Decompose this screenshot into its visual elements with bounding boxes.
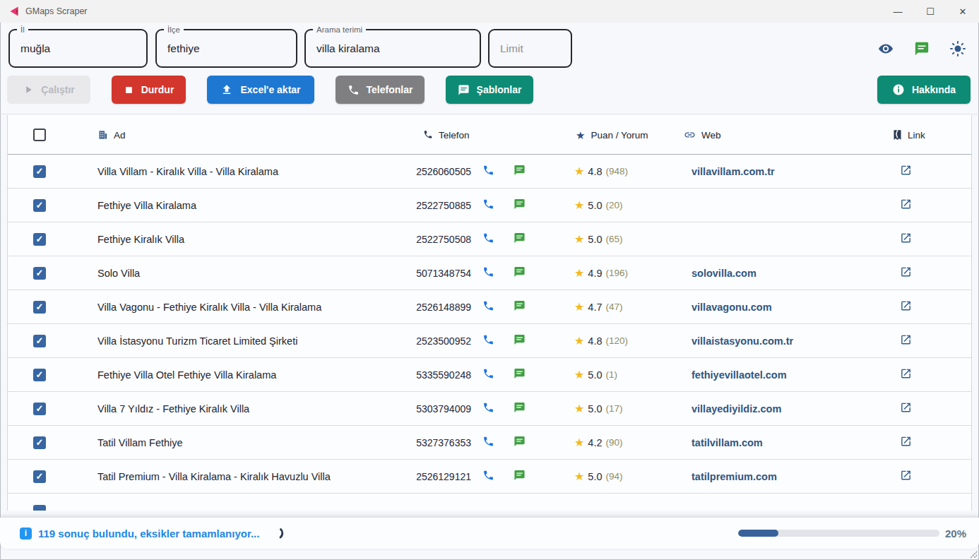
external-link-icon[interactable] <box>900 198 912 213</box>
table-row[interactable]: ✓ Villa İstasyonu Turizm Ticaret Limited… <box>8 324 971 358</box>
call-icon[interactable] <box>482 164 494 179</box>
website-link[interactable]: villavagonu.com <box>692 302 772 313</box>
message-icon[interactable] <box>514 232 526 246</box>
call-icon[interactable] <box>482 266 494 280</box>
arama-terimi-field[interactable]: Arama terimi villa kiralama <box>304 29 481 68</box>
row-checkbox[interactable]: ✓ <box>33 470 46 483</box>
toolbar-divider <box>0 114 979 114</box>
column-header-link: Link <box>893 129 925 140</box>
business-name: Fethiye Villa Kiralama <box>97 200 196 211</box>
message-icon[interactable] <box>514 198 526 213</box>
table-row-partial <box>8 494 971 511</box>
column-header-name: Ad <box>97 129 126 140</box>
call-icon[interactable] <box>482 299 494 314</box>
external-link-icon[interactable] <box>900 435 912 450</box>
rating-value: 5.0 <box>588 200 602 211</box>
phone-number: 2526148899 <box>396 302 471 313</box>
call-icon[interactable] <box>482 333 494 348</box>
loading-spinner <box>269 525 285 541</box>
table-row[interactable]: ✓ Fethiye Villa Kiralama 2522750885 ★ 5.… <box>8 189 971 222</box>
message-icon[interactable] <box>514 401 526 416</box>
about-button[interactable]: Hakkında <box>877 76 971 104</box>
ilce-field[interactable]: İlçe fethiye <box>155 29 297 68</box>
external-link-icon[interactable] <box>900 232 912 246</box>
call-icon[interactable] <box>482 367 494 382</box>
title-bar: GMaps Scraper — ☐ ✕ <box>0 0 979 23</box>
call-icon[interactable] <box>482 401 494 416</box>
external-link-icon[interactable] <box>900 333 912 348</box>
row-checkbox[interactable]: ✓ <box>33 436 46 449</box>
export-excel-button[interactable]: Excel'e aktar <box>207 76 314 104</box>
limit-field[interactable] <box>488 29 572 68</box>
eye-icon[interactable] <box>877 40 894 57</box>
star-icon: ★ <box>574 369 584 381</box>
rating-cell: ★ 5.0 (65) <box>574 234 623 245</box>
message-icon[interactable] <box>514 333 526 348</box>
table-row[interactable]: ✓ Tatil Premium - Villa Kiralama - Kiral… <box>8 460 971 494</box>
star-icon: ★ <box>574 200 584 211</box>
website-link[interactable]: tatilpremium.com <box>692 471 777 482</box>
star-icon: ★ <box>574 403 584 415</box>
business-name: Tatil Villam Fethiye <box>97 437 183 448</box>
message-icon[interactable] <box>514 469 526 484</box>
resize-grip[interactable] <box>970 551 977 558</box>
external-link-icon[interactable] <box>900 266 912 280</box>
il-field[interactable]: İl muğla <box>8 29 148 68</box>
message-icon[interactable] <box>514 164 526 179</box>
call-icon[interactable] <box>482 469 494 484</box>
row-checkbox[interactable]: ✓ <box>33 403 46 415</box>
chat-icon[interactable] <box>913 40 930 57</box>
call-icon[interactable] <box>482 232 494 246</box>
maximize-button[interactable]: ☐ <box>914 0 947 23</box>
minimize-button[interactable]: — <box>882 0 914 23</box>
table-row[interactable]: ✓ Tatil Villam Fethiye 5327376353 ★ 4.2 <box>8 426 971 460</box>
website-link[interactable]: solovilla.com <box>692 268 756 279</box>
external-link-icon[interactable] <box>900 164 912 179</box>
select-all-checkbox[interactable] <box>33 129 46 141</box>
row-checkbox[interactable]: ✓ <box>33 267 46 280</box>
row-checkbox[interactable]: ✓ <box>33 165 46 178</box>
external-link-icon[interactable] <box>900 469 912 484</box>
export-excel-button-label: Excel'e aktar <box>240 84 300 95</box>
sun-icon[interactable] <box>949 40 966 57</box>
row-checkbox[interactable]: ✓ <box>33 369 46 381</box>
website-link[interactable]: villayediyildiz.com <box>692 403 781 415</box>
table-row[interactable]: ✓ Villa 7 Yıldız - Fethiye Kiralık Villa… <box>8 392 971 426</box>
phone-number: 2523500952 <box>396 335 471 347</box>
call-icon[interactable] <box>482 435 494 450</box>
templates-button[interactable]: Şablonlar <box>446 76 533 104</box>
rating-cell: ★ 5.0 (1) <box>574 369 617 381</box>
website-link[interactable]: villavillam.com.tr <box>692 166 775 177</box>
stop-button[interactable]: Durdur <box>112 76 186 104</box>
external-link-icon[interactable] <box>900 401 912 416</box>
row-checkbox[interactable]: ✓ <box>33 335 46 347</box>
external-link-icon[interactable] <box>900 299 912 314</box>
rating-value: 4.2 <box>588 437 602 448</box>
table-row[interactable]: ✓ Fethiye Kiralık Villa 2522750508 ★ 5.0 <box>8 222 971 256</box>
building-icon <box>97 129 108 140</box>
website-link[interactable]: fethiyevillaotel.com <box>692 369 787 381</box>
message-icon[interactable] <box>514 367 526 382</box>
action-toolbar: Çalıştır Durdur Excel'e aktar Telefonlar… <box>7 76 971 104</box>
row-checkbox[interactable]: ✓ <box>33 233 46 246</box>
row-checkbox[interactable] <box>33 505 46 511</box>
table-row[interactable]: ✓ Villa Vagonu - Fethiye Kiralık Villa -… <box>8 290 971 324</box>
message-icon[interactable] <box>514 266 526 280</box>
close-button[interactable]: ✕ <box>947 0 979 23</box>
message-icon[interactable] <box>514 299 526 314</box>
row-checkbox[interactable]: ✓ <box>33 301 46 314</box>
phones-button[interactable]: Telefonlar <box>336 76 425 104</box>
website-link[interactable]: tatilvillam.com <box>692 437 763 448</box>
rating-cell: ★ 4.8 (948) <box>574 166 628 177</box>
rating-value: 4.8 <box>588 335 602 347</box>
table-row[interactable]: ✓ Solo Villa 5071348754 ★ 4.9 (196) <box>8 256 971 290</box>
message-icon[interactable] <box>514 435 526 450</box>
table-row[interactable]: ✓ Villa Villam - Kiralık Villa - Villa K… <box>8 155 971 189</box>
row-checkbox[interactable]: ✓ <box>33 199 46 212</box>
table-row[interactable]: ✓ Fethiye Villa Otel Fethiye Villa Kiral… <box>8 358 971 392</box>
run-button[interactable]: Çalıştır <box>7 76 90 104</box>
website-link[interactable]: villaistasyonu.com.tr <box>692 335 793 347</box>
limit-input[interactable] <box>490 30 571 66</box>
call-icon[interactable] <box>482 198 494 213</box>
external-link-icon[interactable] <box>900 367 912 382</box>
